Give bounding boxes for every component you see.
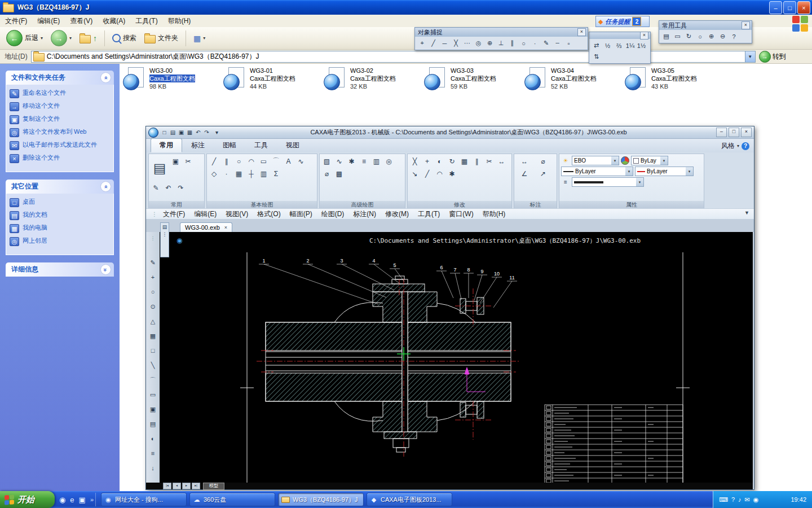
explorer-menu-item-5[interactable]: 工具(T) (130, 15, 162, 27)
caxa-close-button[interactable]: × (741, 128, 752, 137)
formula-icon[interactable]: Σ (270, 168, 282, 179)
document-tab[interactable]: WG3-00.exb × (180, 222, 232, 232)
ribbon-tab-4[interactable]: 工具 (245, 138, 277, 152)
snap-midpoint-icon[interactable]: ─ (439, 38, 450, 49)
cut-icon[interactable]: ✂ (182, 155, 194, 167)
sidebar-item[interactable]: ▦我的电脑 (10, 224, 110, 233)
copy-tool-icon[interactable]: ▣ (147, 404, 158, 415)
explorer-menu-item-3[interactable]: 查看(V) (65, 15, 98, 27)
snap-free-icon[interactable]: ⌖ (417, 38, 427, 49)
ribbon-tab-1[interactable]: 常用 (151, 138, 182, 152)
new-doc-icon[interactable]: ▤ (661, 31, 672, 42)
leader-icon[interactable]: ↗ (534, 168, 552, 179)
canvas-home-icon[interactable]: ◉ (176, 237, 182, 244)
rectangle-tool-icon[interactable]: ▭ (147, 389, 158, 400)
layer-combo[interactable]: EBO▾ (572, 156, 619, 165)
centerline-icon[interactable]: ┼ (245, 168, 257, 179)
mirror2-tool-icon[interactable]: ◐ (147, 433, 158, 444)
file-tasks-header[interactable]: 文件和文件夹任务 » (6, 71, 114, 85)
table-icon[interactable]: ▥ (258, 168, 270, 179)
taskbtn-explorer[interactable]: WG3（BZQ4186-97）J (278, 493, 364, 506)
file-item[interactable]: WG3-04Caxa工程图文档52 KB (524, 67, 625, 90)
rect-tool-icon[interactable]: □ (147, 345, 158, 356)
offset-icon[interactable]: ∥ (471, 155, 483, 167)
open-icon[interactable]: ▤ (169, 129, 177, 135)
hatch-icon[interactable]: ▦ (233, 168, 245, 179)
menubar-overflow-icon[interactable]: ▼ (744, 210, 749, 216)
model-tab[interactable]: 模型 (203, 483, 224, 490)
arc-icon[interactable]: ◠ (245, 155, 257, 167)
ribbon-tab-5[interactable]: 视图 (277, 138, 308, 152)
caxa-restore-button[interactable]: □ (729, 128, 739, 137)
center-circle-icon[interactable]: ⊙ (147, 301, 158, 312)
wave-line-icon[interactable]: ∿ (333, 155, 345, 167)
dock-handle[interactable]: ⋮ (151, 235, 156, 241)
linewidth-combo[interactable]: ▾ (572, 177, 644, 187)
fill-combo[interactable]: ByLay▾ (631, 156, 668, 165)
arc-tool-icon[interactable]: ⌒ (147, 374, 158, 386)
dim-one-quarter-icon[interactable]: 1¼ (625, 40, 636, 51)
paste-tool-icon[interactable]: ▤ (147, 418, 158, 430)
quick-launch-more-icon[interactable]: » (90, 496, 94, 503)
gear-icon[interactable]: ✱ (346, 155, 358, 167)
linewidth-tool-icon[interactable]: ≡ (561, 178, 570, 187)
task-reminder-popup[interactable]: ◆ 任务提醒 2 (595, 16, 650, 27)
snap-node-icon[interactable]: · (529, 38, 540, 49)
drawing-canvas[interactable]: 1234567891011 ◉ C:\Documents and Setting… (160, 232, 753, 483)
help-icon[interactable]: ? (742, 142, 749, 150)
spline-icon[interactable]: ∿ (295, 155, 307, 167)
line-icon[interactable]: ╱ (208, 155, 220, 167)
back-button[interactable]: ← 后退 ▾ (3, 29, 46, 47)
file-item[interactable]: WG3-01Caxa工程图文档44 KB (223, 67, 324, 90)
ruler-icon[interactable]: ▭ (672, 31, 683, 42)
prev-tab-button[interactable]: ◂ (173, 483, 181, 489)
dim-linear-icon[interactable]: ⇄ (591, 40, 602, 51)
format-brush-icon[interactable]: ✎ (150, 182, 162, 194)
pan-icon[interactable]: + (147, 271, 158, 283)
redo-icon[interactable]: ↷ (202, 129, 211, 135)
forward-dropdown-icon[interactable]: ▾ (69, 36, 72, 41)
paste-icon[interactable]: ▤ (150, 155, 169, 181)
sidebar-item[interactable]: →移动这个文件 (10, 102, 110, 111)
folders-button[interactable]: 文件夹 (142, 32, 181, 45)
sidebar-item[interactable]: □桌面 (10, 198, 110, 207)
array-icon[interactable]: ▦ (458, 155, 470, 167)
pattern-icon[interactable]: ▩ (333, 168, 345, 179)
circle-tool-icon[interactable]: ○ (147, 286, 158, 297)
array-tool-icon[interactable]: ▦ (147, 330, 158, 341)
caxa-menu-item-8[interactable]: 修改(M) (381, 208, 413, 220)
caxa-menu-item-9[interactable]: 工具(T) (413, 208, 444, 220)
document-tab-close-icon[interactable]: × (224, 225, 227, 230)
collapse-chevron-icon[interactable]: » (100, 181, 111, 192)
ribbon-tab-2[interactable]: 标注 (182, 138, 214, 152)
ie-quicklaunch-icon[interactable]: e (70, 496, 74, 504)
move-icon[interactable]: + (421, 155, 433, 167)
polyline-icon[interactable]: ⌒ (270, 155, 282, 167)
ribbon-tab-3[interactable]: 图幅 (214, 138, 245, 152)
circle-icon[interactable]: ○ (233, 155, 245, 167)
explorer-restore-button[interactable]: □ (783, 1, 796, 14)
start-button[interactable]: 开始 (0, 491, 55, 508)
caxa-menu-item-5[interactable]: 幅面(P) (285, 208, 317, 220)
symbol-icon[interactable]: ◎ (383, 155, 395, 167)
mirror-tool-icon[interactable]: △ (147, 316, 158, 327)
snap-perpendicular-icon[interactable]: ⊥ (496, 38, 506, 49)
keyboard-tray-icon[interactable]: ⌨ (719, 496, 728, 503)
last-tab-button[interactable]: ▸| (192, 483, 200, 489)
sidebar-item[interactable]: ×删除这个文件 (10, 154, 110, 163)
snap-tangent-icon[interactable]: ○ (518, 38, 529, 49)
common-tools-close-button[interactable]: × (742, 21, 750, 29)
sidebar-item[interactable]: ▤我的文档 (10, 211, 110, 220)
sketch-pencil-icon[interactable]: ✎ (147, 257, 158, 268)
caxa-menu-item-4[interactable]: 格式(O) (253, 208, 285, 220)
caxa-menu-item-11[interactable]: 帮助(H) (478, 208, 510, 220)
caxa-menu-item-2[interactable]: 编辑(E) (189, 208, 221, 220)
print-icon[interactable]: ▦ (186, 129, 194, 135)
explorer-close-button[interactable]: × (797, 1, 810, 14)
zoom-icon[interactable]: ○ (695, 31, 705, 42)
stretch-icon[interactable]: ↔ (496, 155, 508, 167)
message-tray-icon[interactable]: ✉ (745, 496, 750, 503)
file-item[interactable]: WG3-05Caxa工程图文档43 KB (625, 67, 725, 90)
color-wheel-icon[interactable] (621, 156, 629, 165)
explorer-menu-item-4[interactable]: 收藏(A) (98, 15, 130, 27)
